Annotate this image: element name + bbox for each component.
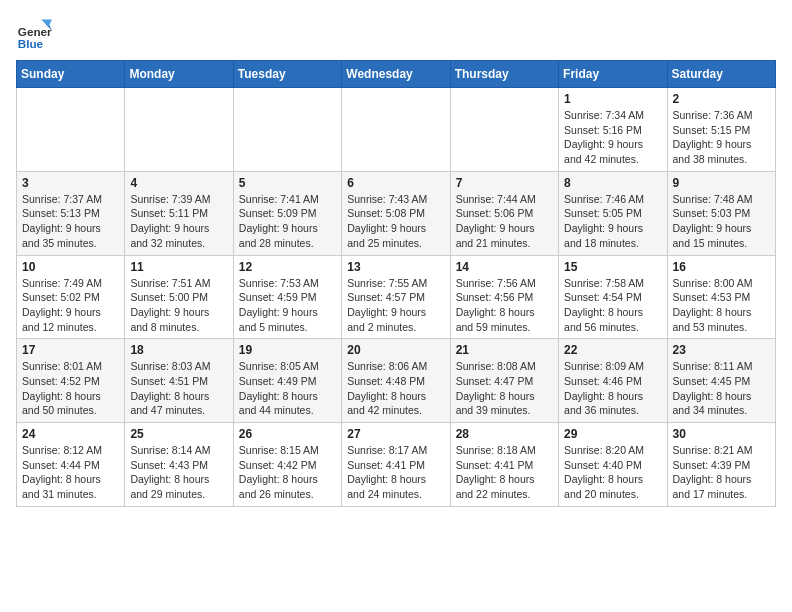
svg-text:Blue: Blue: [18, 37, 44, 50]
day-info: Sunrise: 8:01 AMSunset: 4:52 PMDaylight:…: [22, 359, 119, 418]
day-number: 16: [673, 260, 770, 274]
calendar-cell: 3Sunrise: 7:37 AMSunset: 5:13 PMDaylight…: [17, 171, 125, 255]
day-info: Sunrise: 8:15 AMSunset: 4:42 PMDaylight:…: [239, 443, 336, 502]
day-number: 4: [130, 176, 227, 190]
day-info: Sunrise: 8:14 AMSunset: 4:43 PMDaylight:…: [130, 443, 227, 502]
calendar-table: SundayMondayTuesdayWednesdayThursdayFrid…: [16, 60, 776, 507]
day-number: 20: [347, 343, 444, 357]
day-number: 24: [22, 427, 119, 441]
calendar-cell: 30Sunrise: 8:21 AMSunset: 4:39 PMDayligh…: [667, 423, 775, 507]
day-number: 8: [564, 176, 661, 190]
calendar-cell: 15Sunrise: 7:58 AMSunset: 4:54 PMDayligh…: [559, 255, 667, 339]
day-info: Sunrise: 7:55 AMSunset: 4:57 PMDaylight:…: [347, 276, 444, 335]
day-info: Sunrise: 7:37 AMSunset: 5:13 PMDaylight:…: [22, 192, 119, 251]
day-number: 5: [239, 176, 336, 190]
day-number: 26: [239, 427, 336, 441]
calendar-week-5: 24Sunrise: 8:12 AMSunset: 4:44 PMDayligh…: [17, 423, 776, 507]
calendar-cell: 26Sunrise: 8:15 AMSunset: 4:42 PMDayligh…: [233, 423, 341, 507]
day-info: Sunrise: 8:05 AMSunset: 4:49 PMDaylight:…: [239, 359, 336, 418]
day-info: Sunrise: 8:21 AMSunset: 4:39 PMDaylight:…: [673, 443, 770, 502]
day-info: Sunrise: 8:08 AMSunset: 4:47 PMDaylight:…: [456, 359, 553, 418]
day-number: 13: [347, 260, 444, 274]
header-friday: Friday: [559, 61, 667, 88]
logo: General Blue: [16, 16, 52, 52]
day-info: Sunrise: 7:48 AMSunset: 5:03 PMDaylight:…: [673, 192, 770, 251]
calendar-cell: 8Sunrise: 7:46 AMSunset: 5:05 PMDaylight…: [559, 171, 667, 255]
day-number: 27: [347, 427, 444, 441]
day-number: 17: [22, 343, 119, 357]
calendar-cell: [17, 88, 125, 172]
calendar-cell: 14Sunrise: 7:56 AMSunset: 4:56 PMDayligh…: [450, 255, 558, 339]
day-info: Sunrise: 8:18 AMSunset: 4:41 PMDaylight:…: [456, 443, 553, 502]
day-number: 19: [239, 343, 336, 357]
calendar-cell: 1Sunrise: 7:34 AMSunset: 5:16 PMDaylight…: [559, 88, 667, 172]
header-saturday: Saturday: [667, 61, 775, 88]
day-info: Sunrise: 7:39 AMSunset: 5:11 PMDaylight:…: [130, 192, 227, 251]
calendar-cell: 27Sunrise: 8:17 AMSunset: 4:41 PMDayligh…: [342, 423, 450, 507]
day-number: 11: [130, 260, 227, 274]
calendar-week-1: 1Sunrise: 7:34 AMSunset: 5:16 PMDaylight…: [17, 88, 776, 172]
calendar-cell: 17Sunrise: 8:01 AMSunset: 4:52 PMDayligh…: [17, 339, 125, 423]
day-info: Sunrise: 7:44 AMSunset: 5:06 PMDaylight:…: [456, 192, 553, 251]
calendar-cell: 20Sunrise: 8:06 AMSunset: 4:48 PMDayligh…: [342, 339, 450, 423]
day-info: Sunrise: 8:11 AMSunset: 4:45 PMDaylight:…: [673, 359, 770, 418]
calendar-cell: 19Sunrise: 8:05 AMSunset: 4:49 PMDayligh…: [233, 339, 341, 423]
day-number: 12: [239, 260, 336, 274]
day-info: Sunrise: 8:03 AMSunset: 4:51 PMDaylight:…: [130, 359, 227, 418]
calendar-cell: 21Sunrise: 8:08 AMSunset: 4:47 PMDayligh…: [450, 339, 558, 423]
day-info: Sunrise: 8:20 AMSunset: 4:40 PMDaylight:…: [564, 443, 661, 502]
calendar-cell: 12Sunrise: 7:53 AMSunset: 4:59 PMDayligh…: [233, 255, 341, 339]
day-number: 30: [673, 427, 770, 441]
header-monday: Monday: [125, 61, 233, 88]
calendar-cell: 5Sunrise: 7:41 AMSunset: 5:09 PMDaylight…: [233, 171, 341, 255]
day-info: Sunrise: 7:34 AMSunset: 5:16 PMDaylight:…: [564, 108, 661, 167]
calendar-cell: 18Sunrise: 8:03 AMSunset: 4:51 PMDayligh…: [125, 339, 233, 423]
header-wednesday: Wednesday: [342, 61, 450, 88]
day-number: 3: [22, 176, 119, 190]
calendar-cell: 13Sunrise: 7:55 AMSunset: 4:57 PMDayligh…: [342, 255, 450, 339]
day-info: Sunrise: 8:09 AMSunset: 4:46 PMDaylight:…: [564, 359, 661, 418]
calendar-cell: 25Sunrise: 8:14 AMSunset: 4:43 PMDayligh…: [125, 423, 233, 507]
day-info: Sunrise: 7:41 AMSunset: 5:09 PMDaylight:…: [239, 192, 336, 251]
calendar-cell: 29Sunrise: 8:20 AMSunset: 4:40 PMDayligh…: [559, 423, 667, 507]
header-thursday: Thursday: [450, 61, 558, 88]
calendar-cell: 11Sunrise: 7:51 AMSunset: 5:00 PMDayligh…: [125, 255, 233, 339]
day-info: Sunrise: 7:49 AMSunset: 5:02 PMDaylight:…: [22, 276, 119, 335]
page-header: General Blue: [16, 16, 776, 52]
calendar-cell: 9Sunrise: 7:48 AMSunset: 5:03 PMDaylight…: [667, 171, 775, 255]
header-sunday: Sunday: [17, 61, 125, 88]
day-number: 7: [456, 176, 553, 190]
day-info: Sunrise: 7:58 AMSunset: 4:54 PMDaylight:…: [564, 276, 661, 335]
calendar-week-4: 17Sunrise: 8:01 AMSunset: 4:52 PMDayligh…: [17, 339, 776, 423]
day-number: 2: [673, 92, 770, 106]
day-number: 18: [130, 343, 227, 357]
calendar-cell: 28Sunrise: 8:18 AMSunset: 4:41 PMDayligh…: [450, 423, 558, 507]
calendar-header-row: SundayMondayTuesdayWednesdayThursdayFrid…: [17, 61, 776, 88]
calendar-cell: [342, 88, 450, 172]
day-number: 9: [673, 176, 770, 190]
calendar-cell: [450, 88, 558, 172]
day-number: 29: [564, 427, 661, 441]
day-number: 22: [564, 343, 661, 357]
day-info: Sunrise: 7:46 AMSunset: 5:05 PMDaylight:…: [564, 192, 661, 251]
calendar-cell: 22Sunrise: 8:09 AMSunset: 4:46 PMDayligh…: [559, 339, 667, 423]
logo-icon: General Blue: [16, 16, 52, 52]
calendar-cell: 7Sunrise: 7:44 AMSunset: 5:06 PMDaylight…: [450, 171, 558, 255]
day-info: Sunrise: 8:00 AMSunset: 4:53 PMDaylight:…: [673, 276, 770, 335]
day-number: 28: [456, 427, 553, 441]
day-number: 25: [130, 427, 227, 441]
calendar-cell: [125, 88, 233, 172]
calendar-cell: 10Sunrise: 7:49 AMSunset: 5:02 PMDayligh…: [17, 255, 125, 339]
calendar-cell: 23Sunrise: 8:11 AMSunset: 4:45 PMDayligh…: [667, 339, 775, 423]
day-info: Sunrise: 7:51 AMSunset: 5:00 PMDaylight:…: [130, 276, 227, 335]
day-info: Sunrise: 7:43 AMSunset: 5:08 PMDaylight:…: [347, 192, 444, 251]
svg-text:General: General: [18, 25, 52, 38]
day-info: Sunrise: 7:53 AMSunset: 4:59 PMDaylight:…: [239, 276, 336, 335]
calendar-cell: 16Sunrise: 8:00 AMSunset: 4:53 PMDayligh…: [667, 255, 775, 339]
day-info: Sunrise: 7:36 AMSunset: 5:15 PMDaylight:…: [673, 108, 770, 167]
calendar-cell: [233, 88, 341, 172]
day-number: 1: [564, 92, 661, 106]
day-number: 21: [456, 343, 553, 357]
day-info: Sunrise: 8:17 AMSunset: 4:41 PMDaylight:…: [347, 443, 444, 502]
day-number: 10: [22, 260, 119, 274]
